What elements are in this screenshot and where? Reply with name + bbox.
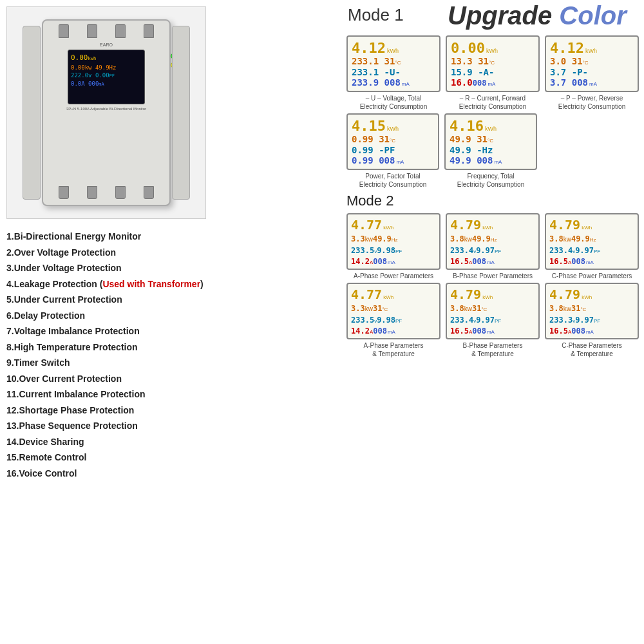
feature-16: 16.Voice Control: [6, 466, 213, 482]
lcd-c-phase-power: 4.79 kWh 3.8 kw 49.9 Hz 233.4 v 9.97 PF: [545, 213, 639, 270]
feature-12: 12.Shortage Phase Protection: [6, 402, 213, 419]
screen-block-c-temp: 4.79 kWh 3.8 kw 31 °C 233.3 v 9.97 PF: [545, 283, 639, 358]
mode2-row1: 4.77 kWh 3.3 kw 49.9 Hz 233.5 v 9.98 PF: [346, 213, 639, 280]
caption-power-rev: – P – Power, ReverseElectricity Consumpt…: [558, 94, 625, 111]
lcd-a-phase-temp: 4.77 kWh 3.3 kw 31 °C 233.5 v 9.98 PF: [346, 283, 440, 339]
mode1-row2: 4.15 kWh 0.99 31 °C 0.99 -PF 0.99 008 mA: [346, 113, 639, 189]
features-list: 1.Bi-Directional Energy Monitor 2.Over V…: [6, 229, 213, 481]
caption-voltage: – U – Voltage, TotalElectricity Consumpt…: [360, 94, 427, 111]
lcd-current-forward: 0.00 kWh 13.3 31 °C 15.9 -A- 16.0 008 mA: [446, 35, 540, 92]
lcd-b-phase-temp: 4.79 kWh 3.8 kw 31 °C 233.4 v 9.97 PF: [446, 283, 540, 339]
caption-freq: Frequency, TotalElectricity Consumption: [457, 172, 524, 189]
lcd-a-phase-power: 4.77 kWh 3.3 kw 49.9 Hz 233.5 v 9.98 PF: [346, 213, 440, 270]
screens-area: 4.12 kWh 233.1 31 °C 233.1 -U- 233.9 008…: [346, 35, 639, 361]
upgrade-word: Upgrade: [448, 1, 559, 30]
mode2-label: Mode 2: [346, 193, 639, 209]
page-container: Mode 1 Upgrade Color Screen EARO 0.: [0, 0, 644, 644]
feature-14: 14.Device Sharing: [6, 434, 213, 450]
screen-block-a-power: 4.77 kWh 3.3 kw 49.9 Hz 233.5 v 9.98 PF: [346, 213, 440, 280]
feature-4: 4.Leakage Protection (Used with Transfor…: [6, 276, 213, 292]
device-body: EARO 0.00kwh 0.00kw 49.9Hz 222.0v 0.00PF…: [42, 19, 171, 206]
feature-3: 3.Under Voltage Protection: [6, 260, 213, 276]
lcd-voltage-total: 4.12 kWh 233.1 31 °C 233.1 -U- 233.9 008…: [346, 35, 440, 92]
feature-11: 11.Current Imbalance Protection: [6, 386, 213, 402]
feature-5: 5.Under Current Protection: [6, 292, 213, 308]
lcd-b-phase-power: 4.79 kWh 3.8 kw 49.9 Hz 233.4 v 9.97 PF: [446, 213, 540, 270]
feature-8: 8.High Temperature Protection: [6, 339, 213, 355]
screen-block-current: 0.00 kWh 13.3 31 °C 15.9 -A- 16.0 008 mA: [446, 35, 540, 111]
mode1-row1: 4.12 kWh 233.1 31 °C 233.1 -U- 233.9 008…: [346, 35, 639, 111]
caption-c-temp: C-Phase Parameters& Temperature: [562, 341, 621, 358]
feature-10: 10.Over Current Protection: [6, 371, 213, 387]
caption-b-temp: B-Phase Parameters& Temperature: [463, 341, 523, 358]
feature-13: 13.Phase Sequence Protection: [6, 418, 213, 434]
mode2-row2: 4.77 kWh 3.3 kw 31 °C 233.5 v 9.98 PF: [346, 283, 639, 358]
device-screen: 0.00kwh 0.00kw 49.9Hz 222.0v 0.00PF 0.0A…: [68, 50, 145, 104]
feature-7: 7.Voltage Imbalance Protection: [6, 323, 213, 339]
lcd-power-factor: 4.15 kWh 0.99 31 °C 0.99 -PF 0.99 008 mA: [346, 113, 439, 170]
screen-block-c-power: 4.79 kWh 3.8 kw 49.9 Hz 233.4 v 9.97 PF: [545, 213, 639, 280]
mode1-header-label: Mode 1: [348, 5, 404, 25]
feature-2: 2.Over Voltage Protection: [6, 245, 213, 261]
screen-block-freq: 4.16 kWh 49.9 31 °C 49.9 -Hz 49.9 008 mA: [444, 113, 537, 189]
feature-1: 1.Bi-Directional Energy Monitor: [6, 229, 213, 245]
screen-block-voltage: 4.12 kWh 233.1 31 °C 233.1 -U- 233.9 008…: [346, 35, 440, 111]
lcd-frequency: 4.16 kWh 49.9 31 °C 49.9 -Hz 49.9 008 mA: [444, 113, 537, 170]
screen-block-power-rev: 4.12 kWh 3.0 31 °C 3.7 -P- 3.7 008 mA: [545, 35, 639, 111]
feature-9: 9.Timer Switch: [6, 355, 213, 371]
lcd-c-phase-temp: 4.79 kWh 3.8 kw 31 °C 233.3 v 9.97 PF: [545, 283, 639, 339]
screen-block-pf: 4.15 kWh 0.99 31 °C 0.99 -PF 0.99 008 mA: [346, 113, 439, 189]
feature-15: 15.Remote Control: [6, 450, 213, 466]
screen-block-a-temp: 4.77 kWh 3.3 kw 31 °C 233.5 v 9.98 PF: [346, 283, 440, 358]
caption-c-power: C-Phase Power Parameters: [552, 272, 632, 280]
caption-a-temp: A-Phase Parameters& Temperature: [364, 341, 424, 358]
caption-a-power: A-Phase Power Parameters: [354, 272, 433, 280]
screen-block-b-power: 4.79 kWh 3.8 kw 49.9 Hz 233.4 v 9.97 PF: [446, 213, 540, 280]
caption-current: – R – Current, ForwardElectricity Consum…: [459, 94, 526, 111]
caption-b-power: B-Phase Power Parameters: [453, 272, 533, 280]
device-image-area: EARO 0.00kwh 0.00kw 49.9Hz 222.0v 0.00PF…: [6, 6, 206, 219]
lcd-power-reverse: 4.12 kWh 3.0 31 °C 3.7 -P- 3.7 008 mA: [545, 35, 639, 92]
screen-block-b-temp: 4.79 kWh 3.8 kw 31 °C 233.4 v 9.97 PF: [446, 283, 540, 358]
caption-pf: Power, Factor TotalElectricity Consumpti…: [359, 172, 426, 189]
feature-6: 6.Delay Protection: [6, 308, 213, 324]
